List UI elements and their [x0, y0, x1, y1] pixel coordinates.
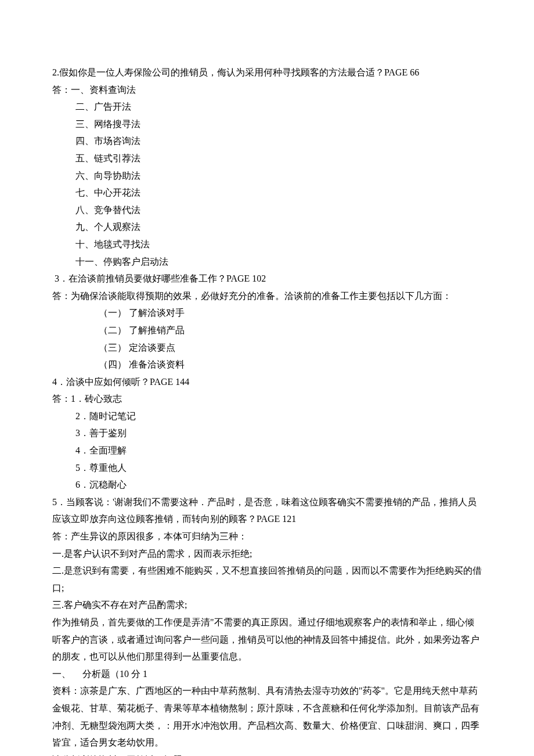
- q5-tail: 作为推销员，首先要做的工作便是弄清"不需要的真正原因。通过仔细地观察客户的表情和…: [52, 614, 482, 665]
- q4-prompt: 4．洽谈中应如何倾听？PAGE 144: [52, 373, 482, 391]
- q5-item: 三.客户确实不存在对产品酌需求;: [52, 596, 482, 614]
- q3-item: （二） 了解推销产品: [52, 322, 482, 339]
- q2-answer-lead: 答：一、资料查询法: [52, 81, 482, 99]
- analysis-header: 一、 分析题（10 分 1: [52, 665, 482, 683]
- q3-prompt: 3．在洽谈前推销员要做好哪些准备工作？PAGE 102: [52, 270, 482, 287]
- q5-answer-lead: 答：产生异议的原因很多，本体可归纳为三种：: [52, 528, 482, 545]
- q2-item: 四、市场咨询法: [52, 132, 482, 150]
- analysis-material: 资料：凉茶是广东、广西地区的一种由中草药熬制、具有清热去湿寺功效的"药苓"。它是…: [52, 682, 482, 751]
- q2-item: 七、中心开花法: [52, 184, 482, 201]
- q5-item: 一.是客户认识不到对产品的需求，因而表示拒绝;: [52, 545, 482, 563]
- q2-item: 二、广告开法: [52, 98, 482, 116]
- q4-item: 2．随时记笔记: [52, 408, 482, 425]
- q2-item: 十、地毯式寻找法: [52, 236, 482, 253]
- q3-item: （三） 定洽谈要点: [52, 339, 482, 357]
- q5-item: 二.是意识到有需要，有些困难不能购买，又不想直接回答推销员的问题，因而以不需要作…: [52, 562, 482, 596]
- q4-item: 4．全面理解: [52, 442, 482, 459]
- q3-answer-lead: 答：为确保洽谈能取得预期的效果，必做好充分的准备。洽谈前的准备工作主要包括以下几…: [52, 287, 482, 305]
- q4-item: 3．善于鉴别: [52, 424, 482, 442]
- q2-prompt: 2.假如你是一位人寿保险公司的推销员，侮认为采用何种寻找顾客的方法最合适？PAG…: [52, 64, 482, 81]
- q2-item: 五、链式引荐法: [52, 150, 482, 167]
- q2-item: 十一、停购客户启动法: [52, 253, 482, 271]
- q3-item: （四） 准备洽谈资料: [52, 356, 482, 373]
- q4-item: 5．尊重他人: [52, 459, 482, 477]
- q2-item: 六、向导协助法: [52, 167, 482, 185]
- q2-item: 三、网络搜寻法: [52, 116, 482, 133]
- q4-answer-lead: 答：1．砖心致志: [52, 390, 482, 408]
- q2-item: 九、个人观察法: [52, 218, 482, 236]
- q5-prompt: 5．当顾客说：'谢谢我们不需要这种．产品时，是否意，味着这位顾客确实不需要推销的…: [52, 494, 482, 528]
- q3-item: （一） 了解洽谈对手: [52, 304, 482, 322]
- q4-item: 6．沉稳耐心: [52, 476, 482, 494]
- analysis-instruction: 请分析所给资料，回答以下问题．: [52, 751, 482, 756]
- q2-item: 八、竞争替代法: [52, 201, 482, 219]
